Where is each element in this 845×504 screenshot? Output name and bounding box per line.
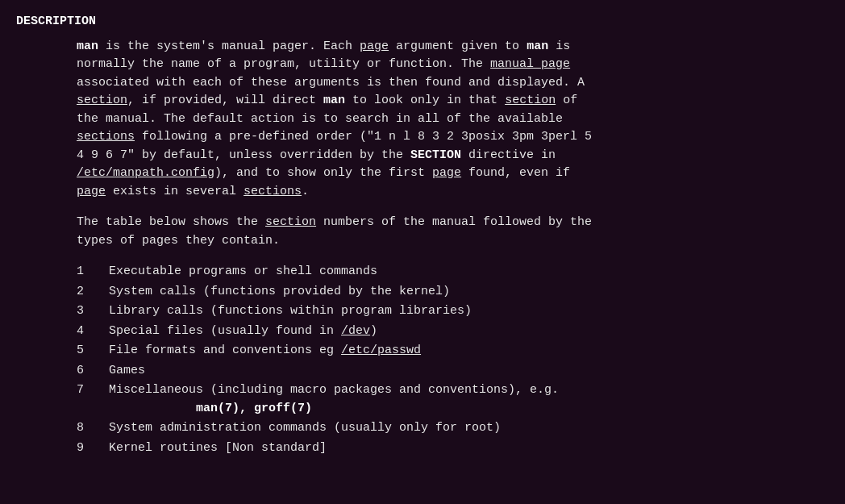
list-item: 4 Special files (usually found in /dev) xyxy=(77,323,829,341)
sections-link-2: sections xyxy=(244,185,302,198)
list-number-1: 1 xyxy=(77,263,109,281)
list-number-2: 2 xyxy=(77,283,109,302)
description-section: DESCRIPTION man is the system's manual p… xyxy=(16,13,829,457)
man7-bold: man(7), xyxy=(196,402,247,415)
list-item: 7 Miscellaneous (including macro package… xyxy=(77,381,829,418)
manual-page-link: manual page xyxy=(490,57,570,71)
man-cmd-1: man xyxy=(77,40,98,53)
page-link-1: page xyxy=(360,40,389,53)
list-item: 5 File formats and conventions eg /etc/p… xyxy=(77,342,829,360)
list-desc-9: Kernel routines [Non standard] xyxy=(109,439,327,458)
dev-link: /dev xyxy=(341,324,370,338)
section-link-1: section xyxy=(77,94,127,107)
passwd-link: /etc/passwd xyxy=(341,344,421,357)
list-item: 2 System calls (functions provided by th… xyxy=(77,283,829,302)
groff7-bold: groff(7) xyxy=(254,402,312,415)
list-desc-7: Miscellaneous (including macro packages … xyxy=(109,381,559,418)
content-block: man is the system's manual pager. Each p… xyxy=(16,38,829,458)
page-link-3: page xyxy=(77,185,106,198)
list-number-5: 5 xyxy=(77,342,109,360)
list-item: 1 Executable programs or shell commands xyxy=(77,263,829,281)
list-desc-1: Executable programs or shell commands xyxy=(109,263,377,281)
paragraph-1: man is the system's manual pager. Each p… xyxy=(77,38,829,202)
section-directive: SECTION xyxy=(410,148,461,162)
list-number-8: 8 xyxy=(77,419,109,438)
manpath-config-link: /etc/manpath.config xyxy=(77,166,214,180)
list-item: 9 Kernel routines [Non standard] xyxy=(77,439,829,458)
list-item: 3 Library calls (functions within progra… xyxy=(77,302,829,321)
list-desc-8: System administration commands (usually … xyxy=(109,419,501,438)
man-cmd-3: man xyxy=(323,94,345,107)
list-number-9: 9 xyxy=(77,439,109,458)
list-desc-5: File formats and conventions eg /etc/pas… xyxy=(109,342,421,360)
page-link-2: page xyxy=(432,166,461,180)
section-header: DESCRIPTION xyxy=(16,13,829,31)
list-item: 8 System administration commands (usuall… xyxy=(77,419,829,438)
list-number-7: 7 xyxy=(77,381,109,418)
list-item: 6 Games xyxy=(77,362,829,381)
sections-link-1: sections xyxy=(77,130,135,144)
list-desc-6: Games xyxy=(109,362,145,381)
list-desc-2: System calls (functions provided by the … xyxy=(109,283,450,302)
paragraph-2: The table below shows the section number… xyxy=(77,214,829,250)
list-desc-4: Special files (usually found in /dev) xyxy=(109,323,377,341)
man-cmd-2: man xyxy=(527,40,548,53)
list-number-4: 4 xyxy=(77,323,109,341)
list-desc-3: Library calls (functions within program … xyxy=(109,302,472,321)
section-link-2: section xyxy=(505,94,556,107)
list-number-3: 3 xyxy=(77,302,109,321)
numbered-list: 1 Executable programs or shell commands … xyxy=(77,263,829,457)
section-link-3: section xyxy=(265,215,316,229)
list-number-6: 6 xyxy=(77,362,109,381)
